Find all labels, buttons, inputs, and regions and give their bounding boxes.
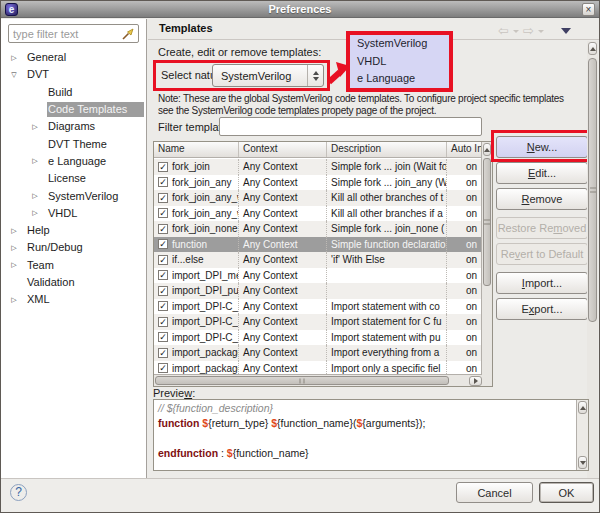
cell-name: fork_join_any <box>172 177 231 188</box>
table-hscroll-thumb[interactable] <box>155 376 449 385</box>
template-row-import-dpi-pure[interactable]: ✓import_DPI_pure_Any Contexton <box>154 283 481 299</box>
sidebar-item-help[interactable]: ▷Help <box>1 222 145 239</box>
row-checkbox[interactable]: ✓ <box>158 208 168 218</box>
template-row-function[interactable]: ✓functionAny ContextSimple function decl… <box>154 237 481 253</box>
row-checkbox[interactable]: ✓ <box>158 239 168 249</box>
filter-templates-input[interactable] <box>219 117 482 136</box>
combo-spinner-icon[interactable] <box>307 65 323 86</box>
template-row-fork-join[interactable]: ✓fork_joinAny ContextSimple fork ... joi… <box>154 159 481 175</box>
help-icon[interactable]: ? <box>10 484 27 501</box>
column-header-name[interactable]: Name <box>154 142 239 157</box>
template-row-fork-join-any-with[interactable]: ✓fork_join_any_withAny ContextKill all o… <box>154 190 481 206</box>
sidebar-item-run-debug[interactable]: ▷Run/Debug <box>1 239 145 256</box>
sidebar-filter-input[interactable] <box>9 28 121 40</box>
template-row-fork-join-any[interactable]: ✓fork_join_anyAny ContextSimple fork ...… <box>154 175 481 191</box>
row-checkbox[interactable]: ✓ <box>158 301 168 311</box>
view-menu-icon[interactable] <box>561 28 571 34</box>
cell-auto-insert: on <box>447 206 481 222</box>
tree-collapsed-icon[interactable]: ▷ <box>8 296 20 304</box>
tree-collapsed-icon[interactable]: ▷ <box>29 209 41 217</box>
preview-scroll-up-icon[interactable] <box>578 401 587 414</box>
row-checkbox[interactable]: ✓ <box>158 363 168 373</box>
sidebar-item-systemverilog[interactable]: ▷SystemVerilog <box>1 187 145 204</box>
sidebar-item-diagrams[interactable]: ▷Diagrams <box>1 118 145 135</box>
sidebar-item-vhdl[interactable]: ▷VHDL <box>1 205 145 222</box>
column-header-context[interactable]: Context <box>239 142 327 157</box>
sidebar-item-general[interactable]: ▷General <box>1 49 145 66</box>
nature-option-e-language[interactable]: e Language <box>350 70 449 88</box>
create-edit-remove-label: Create, edit or remove templates: <box>158 46 321 58</box>
scroll-right-icon[interactable] <box>469 376 482 386</box>
sidebar-item-dvt[interactable]: ▽DVT <box>1 66 145 83</box>
table-horizontal-scrollbar[interactable] <box>154 374 482 386</box>
sidebar-item-license[interactable]: License <box>1 170 145 187</box>
row-checkbox[interactable]: ✓ <box>158 348 168 358</box>
row-checkbox[interactable]: ✓ <box>158 270 168 280</box>
back-dropdown-icon[interactable] <box>513 30 519 33</box>
new-button[interactable]: New... <box>496 136 588 158</box>
forward-arrow-icon[interactable]: ⇨ <box>523 23 534 38</box>
column-header-description[interactable]: Description <box>327 142 447 157</box>
row-checkbox[interactable]: ✓ <box>158 177 168 187</box>
ok-button[interactable]: OK <box>539 482 594 503</box>
sidebar-item-team[interactable]: ▷Team <box>1 257 145 274</box>
page-scroll-thumb[interactable] <box>588 58 597 322</box>
sidebar-item-code-templates[interactable]: Code Templates <box>1 101 145 118</box>
close-icon[interactable]: × <box>582 3 595 16</box>
table-vertical-scrollbar[interactable] <box>481 142 492 374</box>
row-checkbox[interactable]: ✓ <box>158 224 168 234</box>
tree-collapsed-icon[interactable]: ▷ <box>29 192 41 200</box>
column-header-auto-in[interactable]: Auto In <box>447 142 481 157</box>
preview-scroll-down-icon[interactable] <box>578 456 587 469</box>
title-bar[interactable]: e Preferences × <box>1 1 599 18</box>
edit-button[interactable]: Edit... <box>496 162 588 184</box>
tree-expanded-icon[interactable]: ▽ <box>8 71 20 79</box>
preview-code[interactable]: // ${function_description}function ${ret… <box>154 400 576 470</box>
templates-table: NameContextDescriptionAuto In ✓fork_join… <box>153 141 493 387</box>
sidebar-filter-box[interactable] <box>8 24 139 43</box>
cancel-button[interactable]: Cancel <box>456 482 533 503</box>
nature-option-systemverilog[interactable]: SystemVerilog <box>350 35 449 53</box>
sidebar-item-build[interactable]: Build <box>1 84 145 101</box>
row-checkbox[interactable]: ✓ <box>158 286 168 296</box>
tree-collapsed-icon[interactable]: ▷ <box>29 157 41 165</box>
tree-collapsed-icon[interactable]: ▷ <box>29 123 41 131</box>
template-row-import-dpi-metho[interactable]: ✓import_DPI_methoAny Contexton <box>154 268 481 284</box>
back-arrow-icon[interactable]: ⇦ <box>498 23 509 38</box>
sidebar-item-e-language[interactable]: ▷e Language <box>1 153 145 170</box>
page-scroll-up-icon[interactable] <box>588 42 597 55</box>
tree-collapsed-icon[interactable]: ▷ <box>8 54 20 62</box>
row-checkbox[interactable]: ✓ <box>158 193 168 203</box>
revert-to-default-button: Revert to Default <box>496 243 588 265</box>
tree-collapsed-icon[interactable]: ▷ <box>8 227 20 235</box>
row-checkbox[interactable]: ✓ <box>158 317 168 327</box>
sidebar-item-validation[interactable]: Validation <box>1 274 145 291</box>
row-checkbox[interactable]: ✓ <box>158 332 168 342</box>
preview-scrollbar[interactable] <box>576 400 588 470</box>
template-row-if-else[interactable]: ✓if...elseAny Context'if' With Elseon <box>154 252 481 268</box>
template-row-fork-join-any-with[interactable]: ✓fork_join_any_withAny ContextKill all o… <box>154 206 481 222</box>
cell-auto-insert: on <box>447 237 481 253</box>
clear-filter-broom-icon[interactable] <box>121 27 135 41</box>
template-row-import-dpi-c-met[interactable]: ✓import_DPI-C_metAny ContextImport state… <box>154 314 481 330</box>
template-row-fork-join-none[interactable]: ✓fork_join_noneAny ContextSimple fork ..… <box>154 221 481 237</box>
import-button[interactable]: Import... <box>496 272 588 294</box>
table-vscroll-thumb[interactable] <box>483 158 491 286</box>
template-row-import-package-a[interactable]: ✓import_package_aAny ContextImport every… <box>154 345 481 361</box>
tree-collapsed-icon[interactable]: ▷ <box>8 244 20 252</box>
row-checkbox[interactable]: ✓ <box>158 162 168 172</box>
nature-option-vhdl[interactable]: VHDL <box>350 53 449 71</box>
row-checkbox[interactable]: ✓ <box>158 255 168 265</box>
nature-combo[interactable]: SystemVerilog <box>212 64 324 87</box>
tree-collapsed-icon[interactable]: ▷ <box>8 261 20 269</box>
export-button[interactable]: Export... <box>496 298 588 320</box>
sidebar-item-label: License <box>47 171 89 186</box>
template-row-import-package-s[interactable]: ✓import_package_sAny ContextImport only … <box>154 361 481 375</box>
scroll-up-icon[interactable] <box>483 143 491 156</box>
template-row-import-dpi-c-pure[interactable]: ✓import_DPI-C_pureAny ContextImport stat… <box>154 330 481 346</box>
forward-dropdown-icon[interactable] <box>538 30 544 33</box>
sidebar-item-dvt-theme[interactable]: DVT Theme <box>1 135 145 152</box>
remove-button[interactable]: Remove <box>496 188 588 210</box>
template-row-import-dpi-c-cont[interactable]: ✓import_DPI-C_contAny ContextImport stat… <box>154 299 481 315</box>
sidebar-item-xml[interactable]: ▷XML <box>1 291 145 308</box>
